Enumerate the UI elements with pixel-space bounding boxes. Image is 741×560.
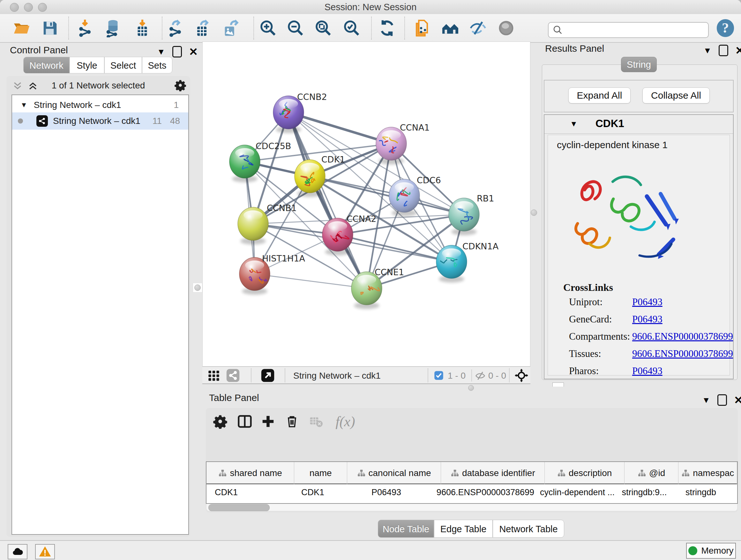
table-cell[interactable]: stringdb:9... [617,484,671,500]
help-button[interactable]: ? [717,19,734,37]
column-header-database-identifier[interactable]: database identifier [441,462,545,484]
toolbar-separator [68,17,69,40]
collapse-all-button[interactable]: Collapse All [643,87,710,104]
import-table-file-button[interactable] [132,18,152,38]
tab-network[interactable]: Network [23,57,70,73]
edge-CCNB2-CCNA1[interactable] [288,112,391,144]
refresh-button[interactable] [377,18,397,38]
open-session-button[interactable] [11,18,32,38]
expand-all-button[interactable]: Expand All [568,87,630,104]
tab-select[interactable]: Select [105,57,142,73]
column-header-canonical-name[interactable]: canonical name [347,462,441,484]
preview-button[interactable] [496,18,516,38]
collapse-panel-icon[interactable]: ▼ [157,47,165,57]
zoom-selected-button[interactable] [341,18,362,38]
float-panel-icon[interactable] [718,394,727,406]
table-cell[interactable]: P06493 [339,484,433,500]
show-home-button[interactable] [440,18,461,38]
tree-expand-icon[interactable]: ▼ [20,101,27,109]
export-image-icon [222,19,240,37]
collapse-panel-icon[interactable]: ▼ [703,46,712,56]
table-cell[interactable]: CDK1 [286,484,339,500]
network-row-selected[interactable]: String Network – cdk1 11 48 [12,112,188,130]
crosslink-value-link[interactable]: 9606.ENSP00000378699 [632,348,733,359]
table-cell[interactable]: stringdb [671,484,730,500]
export-network-button[interactable] [165,18,185,38]
crosslink-value-link[interactable]: P06493 [632,296,663,307]
horizontal-scrollbar[interactable] [206,504,737,511]
hide-panels-button[interactable] [468,18,488,38]
close-panel-icon[interactable]: ✕ [189,45,198,58]
show-column-button[interactable] [236,413,254,430]
node-table[interactable]: shared namenamecanonical namedatabase id… [206,461,738,504]
open-in-browser-button[interactable] [261,368,275,382]
export-table-button[interactable] [192,18,213,38]
column-header-namespac[interactable]: namespac [678,462,737,484]
close-panel-icon[interactable]: ✕ [735,44,741,57]
column-header-shared-name[interactable]: shared name [206,462,294,484]
crosslink-label: GeneCard: [569,314,612,325]
zoom-out-button[interactable] [285,18,306,38]
table-cell[interactable]: CDK1 [206,484,286,500]
create-column-button[interactable] [259,413,277,430]
tab-string[interactable]: String [621,57,657,72]
column-header--id[interactable]: @id [624,462,679,484]
node-label-CCNA2: CCNA2 [347,214,377,224]
node-CCNB1[interactable] [238,207,268,245]
tab-node-table[interactable]: Node Table [378,520,434,538]
memory-label: Memory [701,546,733,556]
export-image-button[interactable] [221,18,241,38]
column-header-description[interactable]: description [545,462,624,484]
search-field[interactable] [548,22,709,38]
network-status-dot [18,118,23,124]
right-splitter-dot[interactable] [531,209,537,216]
tab-style[interactable]: Style [70,57,105,73]
float-panel-icon[interactable] [719,45,728,56]
crosslink-value-link[interactable]: 9606.ENSP00000378699 [632,331,733,342]
edge-CCNA2-CDKN1A[interactable] [338,235,452,262]
show-grid-button[interactable] [207,368,221,382]
gene-description: cyclin-dependent kinase 1 [557,139,668,150]
tab-sets[interactable]: Sets [142,57,172,73]
close-panel-icon[interactable]: ✕ [734,394,741,407]
import-network-file-button[interactable] [76,18,97,38]
string-network-graph[interactable]: CCNB2CCNA1CDC25BCDK1CDC6RB1CCNB1CCNA2CDK… [203,42,530,366]
zoom-in-button[interactable] [258,18,278,38]
delete-column-button[interactable] [283,413,301,430]
section-collapse-icon[interactable]: ▼ [570,119,578,128]
birdseye-view-button[interactable] [515,368,529,382]
scrollbar-thumb[interactable] [208,504,270,511]
node-CCNE1[interactable] [351,272,382,309]
edge-HIST1H1A-CCNE1[interactable] [255,274,367,288]
memory-button[interactable]: Memory [686,543,736,559]
cloud-status-button[interactable] [8,544,27,559]
crosslink-value-link[interactable]: P06493 [632,365,663,376]
table-row[interactable]: CDK1CDK1P064939606.ENSP00000378699cyclin… [206,484,737,500]
save-session-button[interactable] [40,18,60,38]
float-panel-icon[interactable] [172,46,182,57]
duplicate-network-button[interactable] [412,18,432,38]
table-cell[interactable]: 9606.ENSP00000378699 [433,484,537,500]
gear-icon[interactable] [174,79,186,91]
network-collection-row[interactable]: ▼ String Network – cdk1 1 [12,98,188,112]
zoom-fit-button[interactable] [313,18,333,38]
network-style-button[interactable] [226,368,240,382]
import-network-database-button[interactable] [103,18,123,38]
collapse-panel-icon[interactable]: ▼ [702,395,711,405]
column-header-name[interactable]: name [294,462,347,484]
table-options-button[interactable] [211,413,229,430]
tab-edge-table[interactable]: Edge Table [434,520,493,538]
node-RB1[interactable] [449,198,479,235]
table-cell[interactable]: cyclin-dependent ... [537,484,617,500]
crosslink-value-link[interactable]: P06493 [632,314,663,325]
search-input[interactable] [566,25,708,36]
gene-name: CDK1 [596,118,624,130]
left-splitter-dot[interactable] [194,285,201,291]
network-canvas[interactable]: CCNB2CCNA1CDC25BCDK1CDC6RB1CCNB1CCNA2CDK… [202,42,530,367]
tab-network-table[interactable]: Network Table [493,520,564,538]
warning-status-button[interactable] [35,544,55,559]
gray-orb-icon [497,19,515,37]
selected-count: 1 - 0 [448,367,466,384]
bottom-splitter-dot[interactable] [468,385,474,391]
node-CCNA1[interactable] [376,127,407,165]
